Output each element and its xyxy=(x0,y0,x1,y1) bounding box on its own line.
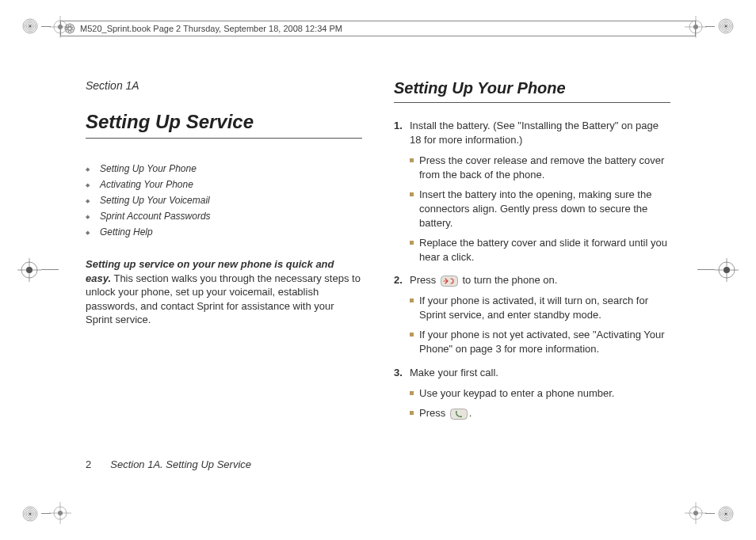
page-footer: 2Section 1A. Setting Up Service xyxy=(86,458,251,470)
crop-line xyxy=(41,513,51,514)
step-item: 2. Press to turn the phone on. If your p… xyxy=(394,273,670,356)
rosette-icon xyxy=(64,23,75,34)
crop-mark-bl xyxy=(49,502,71,524)
svg-point-48 xyxy=(65,24,74,32)
toc-list: Setting Up Your Phone Activating Your Ph… xyxy=(86,161,362,240)
crop-line xyxy=(705,26,715,27)
page-number: 2 xyxy=(86,458,91,470)
left-column: Section 1A Setting Up Service Setting Up… xyxy=(86,79,362,461)
page-body: Section 1A Setting Up Service Setting Up… xyxy=(86,79,670,461)
svg-point-14 xyxy=(29,513,32,515)
toc-item: Sprint Account Passwords xyxy=(86,208,362,224)
page-title: Setting Up Service xyxy=(86,111,362,139)
step-text: Install the battery. (See "Installing th… xyxy=(410,120,659,146)
corner-mark-top-left xyxy=(22,18,38,34)
substep-list: If your phone is activated, it will turn… xyxy=(410,294,670,356)
step-text-post: to turn the phone on. xyxy=(460,274,558,286)
svg-point-45 xyxy=(65,27,74,30)
substep: Replace the battery cover and slide it f… xyxy=(410,236,670,264)
crop-mark-br xyxy=(685,502,707,524)
footer-text: Section 1A. Setting Up Service xyxy=(110,458,251,470)
step-number: 3. xyxy=(394,366,403,380)
toc-item: Activating Your Phone xyxy=(86,177,362,192)
substep: Press . xyxy=(410,406,670,420)
substep-pre: Press xyxy=(419,407,449,419)
step-item: 1. Install the battery. (See "Installing… xyxy=(394,119,670,264)
step-number: 1. xyxy=(394,119,403,133)
substep-post: . xyxy=(469,407,472,419)
svg-point-9 xyxy=(725,25,727,28)
substep: Press the cover release and remove the b… xyxy=(410,154,670,181)
right-section-title: Setting Up Your Phone xyxy=(394,79,670,103)
end-key-icon xyxy=(441,276,458,287)
step-text-pre: Press xyxy=(410,274,439,286)
header-text: M520_Sprint.book Page 2 Thursday, Septem… xyxy=(80,24,342,33)
svg-point-47 xyxy=(65,24,74,32)
section-label: Section 1A xyxy=(86,79,362,92)
toc-item: Getting Help xyxy=(86,224,362,240)
substep: Insert the battery into the opening, mak… xyxy=(410,188,670,230)
crop-line xyxy=(41,269,59,270)
corner-mark-bottom-right xyxy=(718,506,734,522)
intro-paragraph: Setting up service on your new phone is … xyxy=(86,257,362,327)
svg-rect-50 xyxy=(450,409,467,419)
substep-list: Press the cover release and remove the b… xyxy=(410,154,670,264)
crop-line xyxy=(41,26,51,27)
svg-point-4 xyxy=(29,25,32,28)
corner-mark-top-right xyxy=(718,18,734,34)
intro-rest: This section walks you through the neces… xyxy=(86,272,361,326)
registration-mark-right xyxy=(715,258,739,282)
svg-point-19 xyxy=(725,513,727,515)
step-number: 2. xyxy=(394,273,403,287)
substep: Use your keypad to enter a phone number. xyxy=(410,386,670,401)
toc-item: Setting Up Your Voicemail xyxy=(86,192,362,208)
framemaker-header: M520_Sprint.book Page 2 Thursday, Septem… xyxy=(60,21,696,36)
steps-list: 1. Install the battery. (See "Installing… xyxy=(394,119,670,420)
substep: If your phone is activated, it will turn… xyxy=(410,294,670,321)
svg-point-46 xyxy=(68,24,71,33)
crop-line xyxy=(697,269,715,270)
crop-line xyxy=(705,513,715,514)
step-text: Make your first call. xyxy=(410,367,498,378)
corner-mark-bottom-left xyxy=(22,506,38,522)
toc-item: Setting Up Your Phone xyxy=(86,161,362,177)
registration-mark-left xyxy=(17,258,41,282)
substep: If your phone is not yet activated, see … xyxy=(410,328,670,356)
substep-list: Use your keypad to enter a phone number.… xyxy=(410,386,670,420)
right-column: Setting Up Your Phone 1. Install the bat… xyxy=(394,79,670,461)
step-item: 3. Make your first call. Use your keypad… xyxy=(394,366,670,420)
talk-key-icon xyxy=(450,409,468,420)
